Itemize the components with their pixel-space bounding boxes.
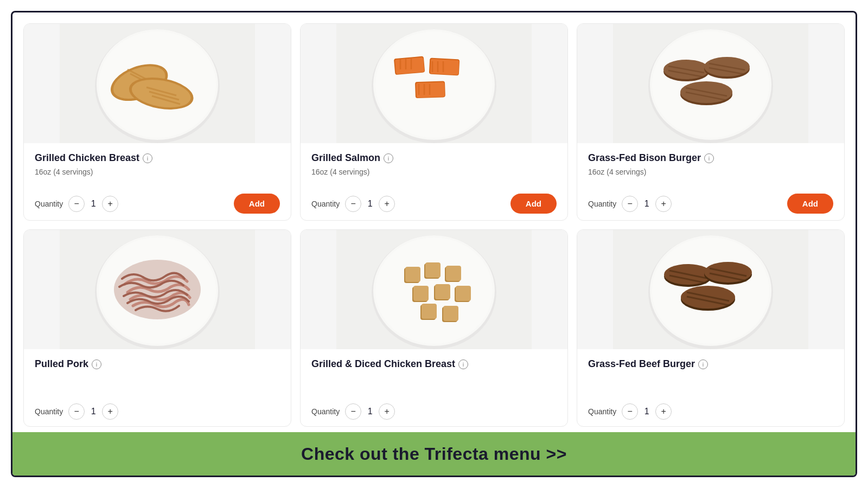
product-image: [24, 230, 291, 349]
info-icon[interactable]: i: [384, 153, 393, 163]
product-name: Pulled Pork: [35, 358, 88, 370]
product-info: Grilled Salmon i 16oz (4 servings) Quant…: [301, 143, 567, 220]
svg-rect-68: [456, 286, 471, 301]
product-image: [24, 24, 291, 143]
product-actions: Quantity − 1 +: [35, 403, 280, 420]
quantity-label: Quantity: [588, 407, 616, 416]
info-icon[interactable]: i: [92, 359, 101, 369]
food-visual: [301, 230, 567, 349]
quantity-increase-button[interactable]: +: [655, 403, 672, 420]
product-card-grass-fed-beef-burger: Grass-Fed Beef Burger i Quantity − 1 +: [577, 229, 845, 427]
quantity-value: 1: [642, 407, 651, 416]
quantity-label: Quantity: [311, 200, 340, 208]
product-size: 16oz (4 servings): [311, 168, 557, 176]
quantity-increase-button[interactable]: +: [102, 196, 118, 212]
product-size: 16oz (4 servings): [588, 168, 833, 176]
quantity-value: 1: [89, 407, 98, 416]
quantity-increase-button[interactable]: +: [655, 196, 672, 212]
product-info: Grass-Fed Beef Burger i Quantity − 1 +: [577, 349, 844, 426]
quantity-label: Quantity: [35, 407, 63, 416]
product-info: Grilled Chicken Breast i 16oz (4 serving…: [24, 143, 291, 220]
quantity-decrease-button[interactable]: −: [68, 196, 85, 212]
info-icon[interactable]: i: [698, 359, 708, 369]
product-actions: Quantity − 1 + Add: [311, 194, 557, 214]
svg-rect-62: [446, 266, 461, 281]
quantity-decrease-button[interactable]: −: [345, 196, 361, 212]
food-visual: [301, 24, 567, 143]
product-image: [577, 24, 844, 143]
product-info: Grilled & Diced Chicken Breast i Quantit…: [301, 349, 567, 426]
product-actions: Quantity − 1 +: [588, 403, 833, 420]
product-name-row: Grass-Fed Bison Burger i: [588, 152, 833, 164]
info-icon[interactable]: i: [143, 153, 152, 163]
product-name-row: Grilled Salmon i: [311, 152, 557, 164]
banner-text: Check out the Trifecta menu >>: [301, 444, 567, 464]
product-card-grilled-chicken-breast: Grilled Chicken Breast i 16oz (4 serving…: [23, 23, 291, 221]
product-name: Grass-Fed Beef Burger: [588, 358, 695, 370]
product-info: Pulled Pork i Quantity − 1 +: [24, 349, 291, 426]
product-image: [301, 230, 567, 349]
info-icon[interactable]: i: [704, 153, 714, 163]
info-icon[interactable]: i: [458, 359, 468, 369]
quantity-decrease-button[interactable]: −: [622, 403, 638, 420]
product-name-row: Grass-Fed Beef Burger i: [588, 358, 833, 370]
food-visual: [577, 24, 844, 143]
quantity-section: Quantity − 1 +: [588, 403, 672, 420]
product-name: Grilled Chicken Breast: [35, 152, 139, 164]
quantity-decrease-button[interactable]: −: [622, 196, 638, 212]
main-container: Grilled Chicken Breast i 16oz (4 serving…: [11, 11, 857, 477]
svg-rect-23: [430, 59, 459, 75]
add-button[interactable]: Add: [510, 194, 557, 214]
quantity-section: Quantity − 1 +: [35, 403, 118, 420]
product-card-grilled-diced-chicken-breast: Grilled & Diced Chicken Breast i Quantit…: [300, 229, 568, 427]
quantity-value: 1: [89, 199, 98, 209]
quantity-section: Quantity − 1 +: [311, 196, 395, 212]
food-visual: [24, 24, 291, 143]
svg-rect-28: [416, 82, 445, 98]
product-info: Grass-Fed Bison Burger i 16oz (4 serving…: [577, 143, 844, 220]
product-name-row: Grilled & Diced Chicken Breast i: [311, 358, 557, 370]
quantity-controls: − 1 +: [68, 196, 118, 212]
product-size: 16oz (4 servings): [35, 168, 280, 176]
quantity-controls: − 1 +: [68, 403, 118, 420]
quantity-controls: − 1 +: [345, 196, 395, 212]
product-name-row: Pulled Pork i: [35, 358, 280, 370]
product-card-grass-fed-bison-burger: Grass-Fed Bison Burger i 16oz (4 serving…: [577, 23, 845, 221]
product-image: [577, 230, 844, 349]
product-name-row: Grilled Chicken Breast i: [35, 152, 280, 164]
svg-rect-18: [395, 57, 424, 74]
quantity-controls: − 1 +: [622, 196, 672, 212]
quantity-decrease-button[interactable]: −: [68, 403, 85, 420]
quantity-section: Quantity − 1 +: [35, 196, 118, 212]
product-name: Grilled & Diced Chicken Breast: [311, 358, 455, 370]
product-image: [301, 24, 567, 143]
product-actions: Quantity − 1 + Add: [588, 194, 833, 214]
quantity-increase-button[interactable]: +: [102, 403, 118, 420]
quantity-controls: − 1 +: [345, 403, 395, 420]
product-name: Grass-Fed Bison Burger: [588, 152, 701, 164]
product-card-pulled-pork: Pulled Pork i Quantity − 1 +: [23, 229, 291, 427]
quantity-value: 1: [366, 199, 374, 209]
product-name: Grilled Salmon: [311, 152, 380, 164]
svg-rect-70: [422, 304, 437, 319]
quantity-section: Quantity − 1 +: [588, 196, 672, 212]
svg-rect-64: [413, 286, 429, 301]
quantity-increase-button[interactable]: +: [379, 403, 395, 420]
product-card-grilled-salmon: Grilled Salmon i 16oz (4 servings) Quant…: [300, 23, 568, 221]
svg-rect-58: [405, 267, 420, 282]
quantity-increase-button[interactable]: +: [379, 196, 395, 212]
quantity-decrease-button[interactable]: −: [345, 403, 361, 420]
food-visual: [577, 230, 844, 349]
quantity-controls: − 1 +: [622, 403, 672, 420]
product-actions: Quantity − 1 +: [311, 403, 557, 420]
svg-rect-60: [425, 262, 441, 278]
bottom-banner[interactable]: Check out the Trifecta menu >>: [12, 432, 856, 476]
add-button[interactable]: Add: [787, 194, 833, 214]
quantity-label: Quantity: [588, 200, 616, 208]
food-visual: [24, 230, 291, 349]
product-grid: Grilled Chicken Breast i 16oz (4 serving…: [12, 12, 856, 432]
add-button[interactable]: Add: [234, 194, 280, 214]
quantity-label: Quantity: [311, 407, 340, 416]
svg-rect-66: [435, 284, 450, 299]
quantity-section: Quantity − 1 +: [311, 403, 395, 420]
